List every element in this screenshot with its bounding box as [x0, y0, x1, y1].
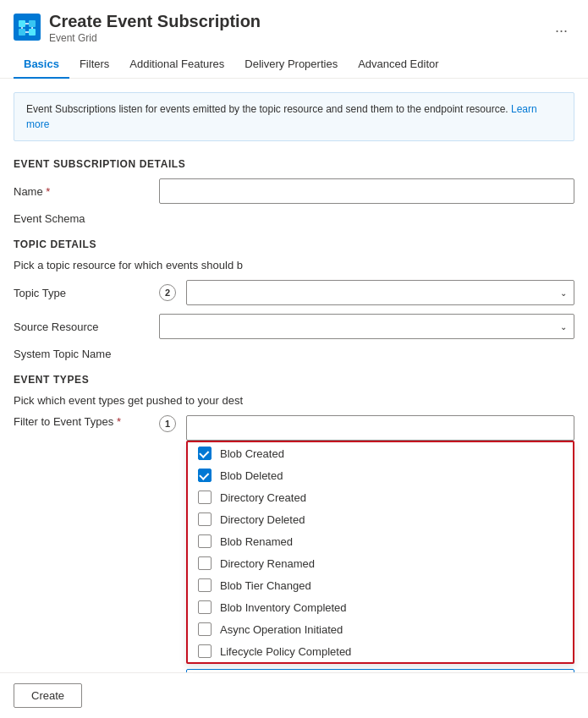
- tab-filters[interactable]: Filters: [69, 51, 119, 79]
- checkbox-async-operation-initiated[interactable]: Async Operation Initiated: [188, 618, 573, 640]
- topic-type-dropdown[interactable]: ⌄: [186, 280, 574, 305]
- name-input[interactable]: [159, 178, 574, 204]
- info-bar-text: Event Subscriptions listen for events em…: [26, 103, 508, 115]
- topic-type-label: Topic Type: [14, 287, 149, 299]
- page-title: Create Event Subscription: [49, 10, 540, 32]
- filter-required-indicator: *: [117, 415, 121, 428]
- topic-type-row: Topic Type 2 ⌄: [14, 280, 574, 305]
- event-types-section-title: EVENT TYPES: [14, 374, 574, 386]
- checkbox-async-operation-initiated-box[interactable]: [198, 622, 212, 636]
- checkbox-blob-inventory-completed-box[interactable]: [198, 600, 212, 614]
- checkbox-blob-inventory-completed-label: Blob Inventory Completed: [220, 601, 347, 614]
- svg-rect-0: [14, 14, 41, 41]
- checkbox-async-operation-initiated-label: Async Operation Initiated: [220, 623, 343, 636]
- checkbox-blob-created-box[interactable]: [198, 447, 212, 460]
- page-subtitle: Event Grid: [49, 32, 540, 44]
- event-grid-icon: [14, 14, 41, 41]
- event-types-dropdown-popup: Blob Created Blob Deleted Directory Crea…: [186, 441, 574, 664]
- filter-badge: 1: [159, 415, 176, 432]
- system-topic-label: System Topic Name: [14, 348, 149, 360]
- name-field-row: Name *: [14, 178, 574, 204]
- checkbox-directory-renamed-box[interactable]: [198, 556, 212, 570]
- event-types-description: Pick which event types get pushed to you…: [14, 394, 574, 407]
- event-schema-label: Event Schema: [14, 212, 149, 225]
- checkbox-directory-created-box[interactable]: [198, 491, 212, 504]
- checkbox-blob-deleted[interactable]: Blob Deleted: [188, 464, 573, 486]
- source-resource-chevron-icon: ⌄: [560, 322, 567, 332]
- event-type-filter-input[interactable]: [186, 415, 574, 441]
- checkbox-blob-created-label: Blob Created: [220, 447, 284, 460]
- tab-delivery-properties[interactable]: Delivery Properties: [234, 51, 348, 79]
- checkbox-blob-tier-changed-label: Blob Tier Changed: [220, 579, 311, 592]
- svg-rect-3: [19, 29, 25, 36]
- header-text-group: Create Event Subscription Event Grid: [49, 10, 540, 44]
- more-options-button[interactable]: ...: [548, 15, 574, 40]
- tab-advanced-editor[interactable]: Advanced Editor: [348, 51, 448, 79]
- event-schema-row: Event Schema: [14, 212, 574, 225]
- checkbox-blob-renamed-label: Blob Renamed: [220, 535, 293, 548]
- create-button[interactable]: Create: [14, 683, 82, 708]
- topic-section-title: TOPIC DETAILS: [14, 238, 574, 250]
- nav-tabs: Basics Filters Additional Features Deliv…: [0, 51, 588, 79]
- main-content: Event Subscriptions listen for events em…: [0, 79, 588, 718]
- filter-event-types-row: Filter to Event Types * 1 Blob Created: [14, 415, 574, 694]
- checkbox-directory-renamed-label: Directory Renamed: [220, 557, 315, 570]
- source-resource-label: Source Resource: [14, 321, 149, 333]
- event-subscription-section-title: EVENT SUBSCRIPTION DETAILS: [14, 158, 574, 170]
- name-required-indicator: *: [46, 185, 50, 198]
- tab-basics[interactable]: Basics: [14, 51, 69, 79]
- checkbox-lifecycle-policy-completed-box[interactable]: [198, 644, 212, 658]
- checkbox-blob-deleted-label: Blob Deleted: [220, 469, 283, 482]
- checkbox-blob-tier-changed-box[interactable]: [198, 578, 212, 592]
- system-topic-row: System Topic Name: [14, 348, 574, 360]
- checkbox-lifecycle-policy-completed-label: Lifecycle Policy Completed: [220, 645, 351, 658]
- info-bar: Event Subscriptions listen for events em…: [14, 92, 574, 141]
- source-resource-dropdown[interactable]: ⌄: [159, 314, 574, 339]
- page-header: Create Event Subscription Event Grid ...: [0, 0, 588, 51]
- checkbox-blob-tier-changed[interactable]: Blob Tier Changed: [188, 574, 573, 596]
- checkbox-directory-created-label: Directory Created: [220, 491, 306, 504]
- checkbox-directory-deleted-label: Directory Deleted: [220, 513, 305, 526]
- checkbox-directory-deleted[interactable]: Directory Deleted: [188, 508, 573, 530]
- bottom-bar: Create: [0, 672, 588, 718]
- svg-rect-1: [19, 20, 25, 27]
- filter-dropdown-container: Blob Created Blob Deleted Directory Crea…: [186, 415, 574, 694]
- checkbox-directory-renamed[interactable]: Directory Renamed: [188, 552, 573, 574]
- checkbox-blob-renamed[interactable]: Blob Renamed: [188, 530, 573, 552]
- svg-rect-4: [29, 29, 36, 36]
- checkbox-blob-created[interactable]: Blob Created: [188, 442, 573, 464]
- source-resource-row: Source Resource ⌄: [14, 314, 574, 339]
- topic-type-badge: 2: [159, 284, 176, 301]
- svg-rect-2: [29, 20, 36, 27]
- checkbox-lifecycle-policy-completed[interactable]: Lifecycle Policy Completed: [188, 640, 573, 662]
- topic-type-chevron-icon: ⌄: [560, 288, 567, 298]
- filter-event-types-label: Filter to Event Types *: [14, 415, 149, 428]
- checkbox-directory-created[interactable]: Directory Created: [188, 486, 573, 508]
- checkbox-blob-inventory-completed[interactable]: Blob Inventory Completed: [188, 596, 573, 618]
- checkbox-blob-deleted-box[interactable]: [198, 469, 212, 482]
- topic-description: Pick a topic resource for which events s…: [14, 259, 574, 271]
- checkbox-directory-deleted-box[interactable]: [198, 512, 212, 526]
- checkbox-blob-renamed-box[interactable]: [198, 534, 212, 548]
- name-label: Name *: [14, 185, 149, 198]
- tab-additional-features[interactable]: Additional Features: [119, 51, 234, 79]
